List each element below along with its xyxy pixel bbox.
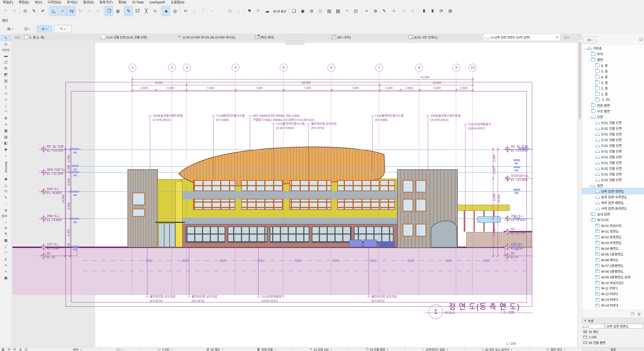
tree-item[interactable]: S-01 건물 단면 (582, 142, 644, 148)
toolbar-button[interactable]: ⌂ (234, 6, 243, 16)
statusbar-icon[interactable]: ⟲ (8, 348, 10, 351)
segment-arrow-icon[interactable] (222, 348, 223, 350)
toolbar-button[interactable]: ⊙ (21, 6, 29, 16)
tree-item[interactable]: W-04 배면도 (582, 245, 644, 251)
toolbox-tool[interactable]: ▯ (1, 84, 11, 90)
toolbar-button[interactable]: ↷ (10, 6, 18, 16)
statusbar-segment[interactable]: 60% (56, 347, 99, 351)
toolbox-tool[interactable]: ⌂ (1, 102, 11, 109)
toolbar-button[interactable]: ❐ (105, 6, 113, 16)
view-tab[interactable]: 1. 층 [1. 층] (23, 34, 99, 40)
toolbar-button[interactable]: ╳ (142, 6, 150, 16)
statusbar-segment[interactable]: ▭ 1:100 (141, 347, 189, 351)
toolbox-tool[interactable]: ◫ (1, 59, 11, 65)
toolbar-button[interactable]: ◎ (171, 6, 179, 16)
expand-arrow-icon[interactable] (588, 104, 591, 107)
menu-item[interactable]: 편집(E) (16, 0, 32, 5)
toolbar-button[interactable]: ▥ (316, 6, 325, 16)
view-name-field[interactable]: 남측 입면-정면도 (605, 324, 643, 329)
view-tab[interactable]: [액션 센터] (253, 34, 330, 40)
tree-item[interactable]: 가마초 (582, 45, 644, 51)
menu-item[interactable]: 창(W) (116, 0, 130, 5)
toolbox-tool[interactable]: ◠ (1, 109, 11, 115)
toolbox-tool[interactable]: + (1, 268, 11, 275)
toolbar-button[interactable]: ◔ (343, 6, 351, 16)
view-tab[interactable]: (!) 남측 입면-정면도 [남측 입면] ✕ (484, 34, 561, 40)
toolbox-tool[interactable]: ◎ (1, 207, 11, 213)
toolbar-button[interactable]: ♜ (420, 6, 428, 16)
tree-item[interactable]: S-01 건물 단면 (582, 165, 644, 171)
segment-arrow-icon[interactable] (171, 348, 172, 350)
toolbar-button[interactable]: ↶ (1, 6, 10, 16)
tree-item[interactable]: 4. 층 (582, 74, 644, 80)
tree-item[interactable]: 실내 입면 (582, 211, 644, 217)
tree-item[interactable]: 워크시트 (582, 217, 644, 223)
toolbar-button[interactable]: ▧ (334, 6, 342, 16)
toolbar-button[interactable]: ◍ (113, 6, 122, 16)
toolbar-button[interactable]: ◺ (50, 6, 58, 16)
view-tab[interactable]: [3D / 모두] (330, 34, 407, 40)
toolbox-tool[interactable]: ✎ (1, 194, 11, 201)
toolbar-button[interactable]: ❏ (290, 6, 298, 16)
quickbar-button[interactable]: ↖ ▸ (54, 25, 72, 33)
tree-item[interactable]: 구조 평면 (582, 108, 644, 114)
statusbar-segment[interactable]: N/A (99, 347, 141, 351)
dropdown-arrow-icon[interactable]: ▸ (46, 28, 47, 30)
toolbar-button[interactable]: ♜ (428, 6, 437, 16)
quickbar-button[interactable]: ⊡ ▸ (20, 25, 35, 32)
navigator-footer-icon[interactable]: ❐ (631, 312, 634, 316)
tree-item[interactable]: S-01 건물 단면 (582, 171, 644, 177)
toolbox-tool[interactable]: ▦ (1, 127, 11, 134)
view-set-row[interactable]: 03 건물 평면 (582, 340, 644, 345)
statusbar-segment[interactable]: ◔ 오버라이드 없음 (405, 347, 465, 351)
toolbar-button[interactable]: ⌐ (208, 6, 216, 16)
tree-item[interactable]: W-06 배치도 (582, 257, 644, 263)
toolbar-button[interactable]: ⚑ (245, 6, 254, 16)
dropdown-arrow-icon[interactable]: ▸ (65, 28, 66, 30)
menu-item[interactable]: 파일(F) (0, 0, 16, 5)
toolbox-tool[interactable]: ◠ (1, 250, 11, 256)
toolbox-tool[interactable]: ∠ (1, 256, 11, 262)
toolbar-button[interactable]: xy (67, 6, 76, 16)
tree-item[interactable]: W-11 PDF1 (582, 285, 644, 291)
menu-item[interactable]: 팀워크(T) (97, 0, 115, 5)
toolbox-tool[interactable]: ◆ (1, 146, 11, 152)
toolbar-button[interactable]: ∞ (400, 6, 408, 16)
toolbar-button[interactable]: ⊞ (446, 6, 454, 16)
tree-item[interactable]: 서측 입면-좌측면도 (582, 205, 644, 211)
statusbar-segment[interactable]: ▤ 02 제도 (189, 347, 240, 351)
paper-area[interactable] (95, 42, 577, 347)
toolbox-tool[interactable]: ◧ (1, 140, 11, 146)
view-id-input[interactable] (589, 324, 604, 328)
toolbar-button[interactable]: ∞ (409, 6, 417, 16)
tree-item[interactable]: S-01 건물 단면 (582, 154, 644, 160)
expand-arrow-icon[interactable] (588, 115, 591, 118)
tree-item[interactable]: S-01 건물 단면 (582, 160, 644, 165)
tree-item[interactable]: 6. 층 (582, 62, 644, 68)
properties-header[interactable]: ▼ 속성 (582, 318, 644, 323)
menu-item[interactable]: 디자인(D) (45, 0, 64, 5)
toolbox-tool[interactable]: ¶ (1, 231, 11, 237)
toolbox-tool[interactable]: △ (1, 182, 11, 188)
toolbar-button[interactable]: ⚐ (254, 6, 263, 16)
menu-item[interactable]: 옵션(O) (80, 0, 97, 5)
tree-item[interactable]: 동측 입면-우측면도 (582, 194, 644, 200)
tree-item[interactable]: 3. 층 (582, 80, 644, 85)
toolbox-tool[interactable]: ⊞ (1, 65, 11, 71)
expand-arrow-icon[interactable] (588, 58, 591, 61)
statusbar-icon[interactable]: ⊡ (25, 348, 28, 351)
toolbar-button[interactable]: ✎ (30, 6, 38, 16)
layer-row[interactable]: 02 제도 (582, 329, 644, 334)
expand-arrow-icon[interactable] (588, 218, 591, 221)
tree-item[interactable]: W-01 정면도- (582, 228, 644, 234)
toolbox-tool[interactable]: ▩ (1, 237, 11, 243)
toolbar-button[interactable]: ▤ (325, 6, 333, 16)
toolbox-tool[interactable]: ▨ (1, 134, 11, 140)
view-tab[interactable]: (!) W-15 PDF-투시도 [W-15 PDF-투시도] (176, 34, 253, 40)
toolbar-button[interactable]: ≈ (363, 6, 371, 16)
toolbar-button[interactable]: 3D 뷰 옵션 (272, 5, 287, 16)
toolbar-button[interactable]: ✐ (39, 6, 47, 16)
toolbar-button[interactable]: ⊚ (371, 6, 380, 16)
toolbar-button[interactable]: ◉ (299, 6, 307, 16)
expand-arrow-icon[interactable] (588, 110, 591, 113)
